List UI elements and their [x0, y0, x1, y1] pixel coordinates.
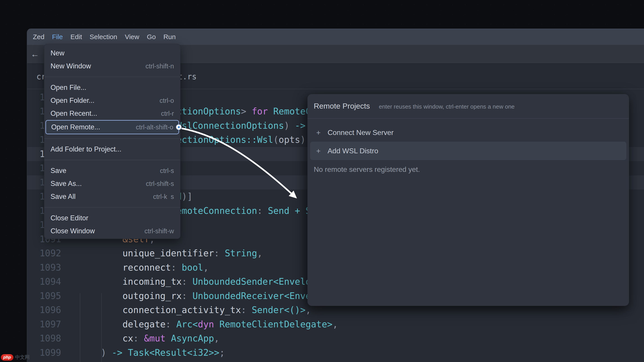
menu-item-label: Save	[50, 167, 66, 175]
line-number: 1092	[40, 246, 66, 261]
code-text: ) -> Task<Result<i32>>;	[80, 346, 225, 360]
line-number: 1097	[40, 317, 66, 332]
menu-item-shortcut: ctrl-shift-n	[146, 62, 174, 70]
dialog-hint: enter reuses this window, ctrl-enter ope…	[379, 103, 514, 110]
dialog-header: Remote Projects enter reuses this window…	[308, 94, 629, 119]
dialog-title: Remote Projects	[314, 102, 370, 110]
menu-separator	[44, 207, 180, 208]
remote-projects-dialog: Remote Projects enter reuses this window…	[308, 94, 629, 306]
back-arrow-icon: ←	[31, 49, 39, 59]
code-text: reconnect: bool,	[80, 261, 209, 275]
line-number: 1096	[40, 303, 66, 317]
line-number: 1095	[40, 289, 66, 303]
file-menu: NewNew Windowctrl-shift-nOpen File...Ope…	[44, 44, 180, 239]
menu-item-save-as[interactable]: Save As...ctrl-shift-s	[44, 177, 180, 190]
menu-item-shortcut: ctrl-shift-w	[144, 228, 174, 235]
menubar-item-edit[interactable]: Edit	[70, 33, 82, 41]
menu-separator	[44, 138, 180, 139]
line-number: 1094	[40, 275, 66, 289]
code-line-1099: 1099 ) -> Task<Result<i32>>;	[27, 346, 644, 360]
dialog-action-label: Add WSL Distro	[328, 147, 378, 155]
zed-window: ZedFileEditSelectionViewGoRun ← crates/r…	[27, 28, 644, 362]
menu-item-shortcut: ctrl-s	[160, 167, 174, 175]
menu-item-new[interactable]: New	[44, 47, 180, 60]
dialog-action-list: +Connect New Server+Add WSL Distro	[308, 123, 629, 160]
menu-item-label: Close Editor	[50, 214, 88, 222]
code-text: incoming_tx: UnboundedSender<Envelope>,	[80, 275, 332, 289]
menu-separator	[44, 77, 180, 77]
menu-item-label: Open File...	[50, 84, 86, 92]
dialog-action-add-wsl-distro[interactable]: +Add WSL Distro	[310, 142, 626, 160]
menu-item-label: Open Folder...	[50, 96, 94, 105]
menubar-item-go[interactable]: Go	[147, 33, 156, 41]
menu-item-label: Save As...	[50, 180, 82, 188]
menu-item-label: Close Window	[50, 227, 95, 235]
menu-item-shortcut: ctrl-alt-shift-o	[136, 124, 173, 131]
menubar-item-run[interactable]: Run	[164, 33, 176, 41]
code-line-1097: 1097 delegate: Arc<dyn RemoteClientDeleg…	[27, 317, 644, 332]
connector-dot-icon	[176, 125, 181, 130]
menu-item-new-window[interactable]: New Windowctrl-shift-n	[44, 60, 180, 73]
menubar-item-file[interactable]: File	[52, 33, 63, 41]
line-number: 1098	[40, 331, 66, 346]
code-text: delegate: Arc<dyn RemoteClientDelegate>,	[80, 317, 338, 332]
code-text: connection_activity_tx: Sender<()>,	[80, 303, 311, 317]
php-logo-icon: php	[1, 354, 14, 361]
menu-item-close-window[interactable]: Close Windowctrl-shift-w	[44, 225, 180, 238]
menu-item-open-recent[interactable]: Open Recent...ctrl-r	[44, 107, 180, 120]
watermark: php 中文网	[1, 354, 30, 361]
menu-item-open-file[interactable]: Open File...	[44, 81, 180, 94]
dialog-action-connect-new-server[interactable]: +Connect New Server	[310, 123, 626, 142]
menubar-item-selection[interactable]: Selection	[90, 33, 117, 41]
menu-item-add-folder-to-project[interactable]: Add Folder to Project...	[44, 143, 180, 156]
menu-item-label: New	[50, 49, 64, 57]
menu-item-save-all[interactable]: Save Allctrl-k s	[44, 190, 180, 203]
menu-item-close-editor[interactable]: Close Editor	[44, 212, 180, 225]
menu-item-shortcut: ctrl-k s	[153, 193, 174, 200]
navigate-back-button[interactable]: ←	[30, 48, 40, 61]
menu-item-label: Open Remote...	[51, 123, 100, 131]
menu-item-label: Open Recent...	[50, 109, 97, 117]
code-text: outgoing_rx: UnboundedReceiver<Envelope>…	[80, 289, 343, 303]
menu-item-save[interactable]: Savectrl-s	[44, 164, 180, 177]
title-bar: ZedFileEditSelectionViewGoRun	[27, 29, 644, 45]
menu-item-label: New Window	[50, 62, 91, 70]
code-text: cx: &mut AsyncApp,	[80, 331, 219, 346]
menu-item-shortcut: ctrl-shift-s	[146, 180, 174, 187]
line-number: 1093	[40, 261, 66, 275]
plus-icon: +	[316, 128, 321, 137]
plus-icon: +	[316, 147, 321, 155]
menu-item-label: Add Folder to Project...	[50, 145, 122, 153]
code-text: unique_identifier: String,	[80, 246, 262, 261]
line-number: 1099	[40, 346, 66, 360]
menu-item-shortcut: ctrl-o	[160, 97, 174, 104]
code-line-1098: 1098 cx: &mut AsyncApp,	[27, 331, 644, 346]
menubar-item-zed[interactable]: Zed	[33, 33, 44, 41]
dialog-action-label: Connect New Server	[328, 128, 394, 137]
menu-item-label: Save All	[50, 193, 76, 201]
menu-item-open-remote[interactable]: Open Remote...ctrl-alt-shift-o	[46, 120, 179, 134]
menu-item-open-folder[interactable]: Open Folder...ctrl-o	[44, 94, 180, 107]
menu-item-shortcut: ctrl-r	[161, 110, 174, 117]
menu-separator	[44, 160, 180, 160]
empty-state-text: No remote servers registered yet.	[314, 163, 623, 176]
screenshot-root: { "titlebar": { "menus": ["Zed", "File",…	[0, 0, 644, 362]
menubar-item-view[interactable]: View	[125, 33, 139, 41]
